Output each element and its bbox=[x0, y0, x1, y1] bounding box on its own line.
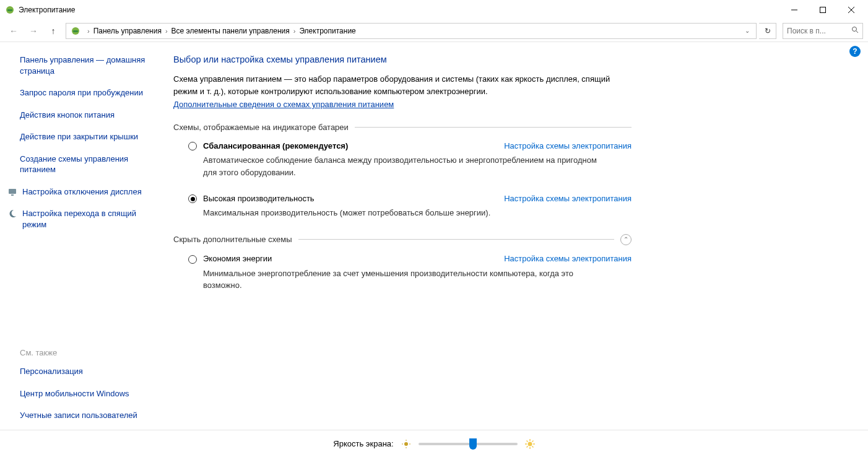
plan-desc-highperf: Максимальная производительность (может п… bbox=[173, 207, 607, 219]
sidebar: Панель управления — домашняя страница За… bbox=[0, 42, 161, 430]
refresh-button[interactable]: ↻ bbox=[759, 23, 776, 39]
plan-desc-balanced: Автоматическое соблюдение баланса между … bbox=[173, 154, 607, 178]
page-description: Схема управления питанием — это набор па… bbox=[173, 73, 631, 97]
svg-line-9 bbox=[856, 31, 858, 33]
group1-header: Схемы, отображаемые на индикаторе батаре… bbox=[173, 123, 631, 132]
see-also-link-2[interactable]: Учетные записи пользователей bbox=[20, 410, 152, 421]
group2-title: Скрыть дополнительные схемы bbox=[173, 235, 292, 244]
svg-rect-1 bbox=[7, 9, 12, 11]
search-icon bbox=[851, 26, 859, 35]
monitor-icon bbox=[7, 187, 17, 197]
group2-header: Скрыть дополнительные схемы ⌃ bbox=[173, 234, 631, 245]
brightness-low-icon bbox=[401, 439, 411, 449]
sidebar-iconlink-0[interactable]: Настройка отключения дисплея bbox=[22, 186, 142, 198]
breadcrumb[interactable]: › Панель управления › Все элементы панел… bbox=[66, 23, 757, 39]
plan-radio-saver[interactable] bbox=[188, 255, 197, 264]
breadcrumb-item-1[interactable]: Все элементы панели управления bbox=[171, 27, 290, 35]
svg-line-24 bbox=[526, 446, 527, 447]
page-heading: Выбор или настройка схемы управления пит… bbox=[173, 54, 843, 64]
collapse-button[interactable]: ⌃ bbox=[620, 234, 631, 245]
sidebar-link-0[interactable]: Запрос пароля при пробуждении bbox=[20, 87, 152, 98]
plan-settings-link-highperf[interactable]: Настройка схемы электропитания bbox=[504, 194, 631, 203]
power-app-icon bbox=[5, 5, 15, 15]
plan-name-saver[interactable]: Экономия энергии bbox=[203, 254, 272, 263]
sidebar-link-2[interactable]: Действие при закрытии крышки bbox=[20, 131, 152, 142]
up-button[interactable]: ↑ bbox=[45, 22, 62, 40]
titlebar: Электропитание bbox=[0, 0, 868, 20]
svg-line-25 bbox=[532, 440, 533, 442]
see-also-label: См. также bbox=[20, 348, 152, 357]
plan-name-highperf[interactable]: Высокая производительность bbox=[203, 194, 315, 203]
plan-desc-saver: Минимальное энергопотребление за счет ум… bbox=[173, 268, 607, 292]
plan-settings-link-saver[interactable]: Настройка схемы электропитания bbox=[504, 254, 631, 263]
see-also-link-1[interactable]: Центр мобильности Windows bbox=[20, 388, 152, 399]
search-box[interactable] bbox=[783, 23, 863, 39]
breadcrumb-item-2[interactable]: Электропитание bbox=[299, 27, 355, 35]
help-button[interactable]: ? bbox=[849, 46, 861, 57]
forward-button[interactable]: → bbox=[25, 22, 42, 40]
svg-line-23 bbox=[532, 446, 533, 447]
moon-icon bbox=[7, 209, 17, 219]
more-info-link[interactable]: Дополнительные сведения о схемах управле… bbox=[173, 100, 394, 109]
chevron-right-icon: › bbox=[162, 27, 171, 35]
svg-rect-7 bbox=[73, 30, 78, 32]
plan-radio-highperf[interactable] bbox=[188, 194, 197, 203]
svg-rect-3 bbox=[820, 7, 826, 13]
brightness-label: Яркость экрана: bbox=[333, 439, 393, 448]
sidebar-link-1[interactable]: Действия кнопок питания bbox=[20, 110, 152, 121]
chevron-right-icon: › bbox=[84, 27, 93, 35]
svg-point-17 bbox=[527, 442, 532, 446]
brightness-high-icon bbox=[525, 439, 535, 449]
power-icon bbox=[70, 25, 81, 37]
sidebar-link-3[interactable]: Создание схемы управления питанием bbox=[20, 154, 152, 175]
main-panel: ? Выбор или настройка схемы управления п… bbox=[161, 42, 868, 430]
svg-point-12 bbox=[404, 442, 408, 446]
brightness-thumb[interactable] bbox=[469, 438, 477, 450]
chevron-right-icon: › bbox=[290, 27, 300, 35]
window-title: Электропитание bbox=[19, 6, 75, 14]
sidebar-iconlink-1[interactable]: Настройка перехода в спящий режим bbox=[22, 208, 152, 230]
see-also-link-0[interactable]: Персонализация bbox=[20, 366, 152, 377]
svg-rect-11 bbox=[11, 194, 14, 196]
plan-radio-balanced[interactable] bbox=[188, 142, 197, 150]
maximize-button[interactable] bbox=[809, 1, 837, 19]
svg-line-22 bbox=[526, 440, 527, 442]
brightness-slider[interactable] bbox=[419, 443, 518, 445]
breadcrumb-dropdown[interactable]: ⌄ bbox=[742, 27, 752, 34]
plan-name-balanced[interactable]: Сбалансированная (рекомендуется) bbox=[203, 141, 348, 150]
group1-title: Схемы, отображаемые на индикаторе батаре… bbox=[173, 123, 349, 132]
svg-point-8 bbox=[853, 27, 857, 32]
svg-rect-10 bbox=[9, 189, 16, 194]
sidebar-home-link[interactable]: Панель управления — домашняя страница bbox=[20, 54, 152, 76]
plan-settings-link-balanced[interactable]: Настройка схемы электропитания bbox=[504, 141, 631, 150]
navbar: ← → ↑ › Панель управления › Все элементы… bbox=[0, 20, 868, 42]
search-input[interactable] bbox=[787, 27, 849, 35]
back-button[interactable]: ← bbox=[5, 22, 22, 40]
close-button[interactable] bbox=[837, 1, 866, 19]
minimize-button[interactable] bbox=[780, 1, 809, 19]
breadcrumb-item-0[interactable]: Панель управления bbox=[93, 27, 162, 35]
footer: Яркость экрана: bbox=[0, 430, 868, 457]
